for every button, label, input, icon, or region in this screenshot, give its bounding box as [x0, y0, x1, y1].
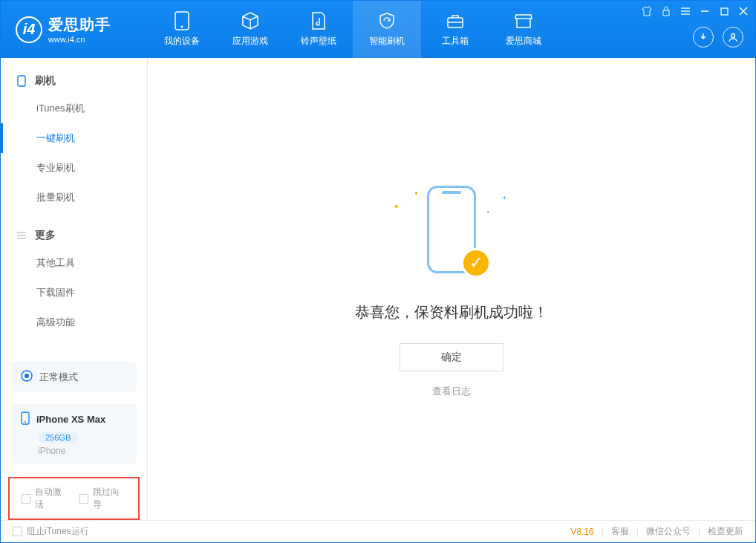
- statusbar: 阻止iTunes运行 V8.16 | 客服 | 微信公众号 | 检查更新: [1, 520, 755, 542]
- sidebar-group-flash: 刷机 iTunes刷机 一键刷机 专业刷机 批量刷机: [1, 58, 147, 212]
- sidebar-group-more: 更多 其他工具 下载固件 高级功能: [1, 212, 147, 337]
- sidebar-item-download-firmware[interactable]: 下载固件: [1, 278, 147, 308]
- device-icon: [172, 11, 192, 30]
- sparkle-icon: ●: [486, 209, 489, 214]
- view-log-link[interactable]: 查看日志: [432, 385, 471, 398]
- sidebar-item-other-tools[interactable]: 其他工具: [1, 248, 147, 278]
- sidebar-item-batch-flash[interactable]: 批量刷机: [1, 183, 147, 212]
- svg-point-1: [181, 26, 183, 28]
- header-right-icons: [693, 27, 743, 48]
- store-icon: [514, 11, 533, 30]
- mode-label: 正常模式: [39, 371, 78, 384]
- svg-point-17: [25, 374, 29, 378]
- toolbox-icon: [446, 11, 465, 30]
- svg-point-19: [25, 421, 26, 423]
- sidebar: 刷机 iTunes刷机 一键刷机 专业刷机 批量刷机 更多 其他工具 下载固件 …: [1, 58, 148, 520]
- cube-icon: [241, 11, 260, 30]
- checkbox-icon: [13, 527, 22, 536]
- window-controls: [641, 5, 749, 17]
- tab-apps-games[interactable]: 应用游戏: [216, 1, 284, 58]
- device-card[interactable]: iPhone XS Max 256GB iPhone: [11, 404, 137, 464]
- app-title: 爱思助手: [48, 15, 111, 35]
- checkbox-icon: [79, 494, 88, 504]
- svg-rect-12: [18, 76, 25, 86]
- sidebar-item-oneclick-flash[interactable]: 一键刷机: [1, 123, 147, 153]
- logo-area: i4 爱思助手 www.i4.cn: [1, 15, 148, 44]
- sidebar-header-flash: 刷机: [1, 68, 147, 94]
- sparkle-icon: ✦: [502, 195, 507, 201]
- device-phone-icon: [20, 412, 30, 427]
- tab-smart-flash[interactable]: 智能刷机: [353, 1, 421, 58]
- phone-icon: [16, 75, 27, 87]
- download-icon[interactable]: [693, 27, 714, 48]
- music-file-icon: [309, 11, 328, 30]
- sidebar-item-pro-flash[interactable]: 专业刷机: [1, 153, 147, 183]
- support-link[interactable]: 客服: [611, 525, 629, 538]
- sidebar-item-itunes-flash[interactable]: iTunes刷机: [1, 94, 147, 123]
- app-window: i4 爱思助手 www.i4.cn 我的设备 应用游戏 铃声壁纸 智能刷机: [0, 0, 756, 543]
- sparkle-icon: ✦: [414, 190, 419, 197]
- shirt-icon[interactable]: [641, 5, 653, 17]
- device-capacity: 256GB: [38, 432, 78, 443]
- tab-ringtones-wallpapers[interactable]: 铃声壁纸: [284, 1, 353, 58]
- list-icon: [16, 230, 27, 241]
- close-button[interactable]: [737, 5, 749, 17]
- device-type: iPhone: [38, 446, 128, 456]
- sidebar-item-advanced[interactable]: 高级功能: [1, 308, 147, 337]
- sparkle-icon: ✦: [393, 202, 400, 212]
- mode-icon: [20, 369, 33, 385]
- main-tabs: 我的设备 应用游戏 铃声壁纸 智能刷机 工具箱 爱思商城: [148, 1, 558, 58]
- checkbox-auto-activate[interactable]: 自动激活: [22, 486, 69, 511]
- svg-rect-8: [721, 8, 728, 15]
- tab-my-device[interactable]: 我的设备: [148, 1, 216, 58]
- main-content: ✦ ✦ ✦ ● ✓ 恭喜您，保资料刷机成功啦！ 确定 查看日志: [148, 58, 755, 520]
- logo-icon: i4: [16, 16, 42, 43]
- body: 刷机 iTunes刷机 一键刷机 专业刷机 批量刷机 更多 其他工具 下载固件 …: [1, 58, 755, 520]
- check-badge-icon: ✓: [461, 248, 491, 278]
- mode-card[interactable]: 正常模式: [11, 362, 137, 392]
- wechat-link[interactable]: 微信公众号: [646, 525, 691, 538]
- highlighted-checkbox-row: 自动激活 跳过向导: [8, 477, 140, 520]
- lock-icon[interactable]: [660, 5, 672, 17]
- version-label: V8.16: [570, 527, 593, 537]
- menu-icon[interactable]: [680, 5, 691, 17]
- checkbox-skip-guide[interactable]: 跳过向导: [79, 486, 127, 511]
- minimize-button[interactable]: [699, 5, 711, 17]
- titlebar: i4 爱思助手 www.i4.cn 我的设备 应用游戏 铃声壁纸 智能刷机: [1, 1, 755, 58]
- checkbox-block-itunes[interactable]: 阻止iTunes运行: [13, 525, 89, 538]
- success-message: 恭喜您，保资料刷机成功啦！: [355, 302, 548, 322]
- success-illustration: ✦ ✦ ✦ ● ✓: [388, 180, 515, 284]
- checkbox-icon: [22, 494, 30, 504]
- device-name: iPhone XS Max: [36, 414, 105, 425]
- tab-toolbox[interactable]: 工具箱: [421, 1, 489, 58]
- ok-button[interactable]: 确定: [400, 343, 504, 371]
- check-update-link[interactable]: 检查更新: [708, 525, 743, 538]
- maximize-button[interactable]: [718, 5, 730, 17]
- app-subtitle: www.i4.cn: [48, 35, 111, 44]
- refresh-shield-icon: [377, 11, 397, 30]
- svg-rect-3: [663, 10, 669, 16]
- user-icon[interactable]: [723, 27, 743, 48]
- svg-point-11: [731, 34, 735, 38]
- sidebar-header-more: 更多: [1, 223, 147, 248]
- tab-store[interactable]: 爱思商城: [489, 1, 558, 58]
